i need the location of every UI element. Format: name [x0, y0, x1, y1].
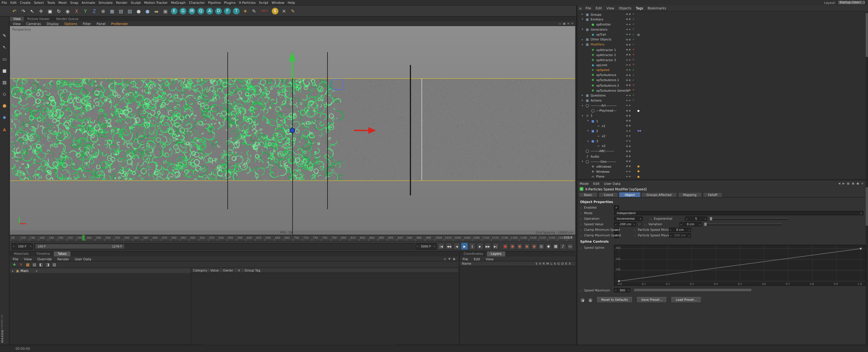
am-copy-button[interactable]: ▦ [847, 181, 849, 185]
menu-item[interactable]: Pipeline [207, 1, 222, 4]
menu-item[interactable]: Tools [45, 1, 57, 4]
object-tree-item[interactable]: ✱ xpTurbulence.2 [577, 83, 868, 88]
enabled-state-icon[interactable] [632, 78, 635, 83]
xparticles-fluid-button[interactable]: F [224, 7, 230, 14]
viewport-menu-item[interactable]: Panel [94, 22, 108, 25]
object-label[interactable]: Questions [591, 94, 606, 97]
object-tree-item[interactable]: ✱ xpTurbulence [577, 72, 868, 78]
object-label[interactable]: xpTurbulence.1 [596, 79, 619, 82]
timeline-ruler[interactable]: 0012014016018020022024026028030032034036… [10, 235, 575, 241]
attribute-menu-item[interactable]: Mode [577, 181, 591, 185]
visibility-dots[interactable] [626, 54, 630, 56]
viewport-canvas[interactable] [10, 26, 575, 235]
points-mode-button[interactable]: ● [1, 102, 8, 109]
takes-menu-item[interactable]: File [10, 257, 21, 261]
expand-arrow-icon[interactable]: ▾ [582, 160, 585, 163]
frame-end-field[interactable]: 5000 F [415, 243, 436, 250]
speed-maximum-field[interactable]: 300 [614, 288, 630, 292]
object-tree-item[interactable]: ▱ Plane ● [577, 174, 868, 179]
object-tag-icon[interactable]: ● [638, 165, 640, 168]
object-tree-item[interactable]: ◆ xpTrail ▨ [577, 32, 868, 37]
visibility-dots[interactable] [626, 110, 630, 111]
menu-item[interactable]: Render [114, 1, 129, 4]
pause-button[interactable]: ‖ [469, 243, 476, 250]
sound-toggle[interactable]: ♪ [560, 243, 566, 250]
object-tree-item[interactable]: ✱ xpTurbulence.1 [577, 78, 868, 83]
object-manager-menu-item[interactable]: Edit [593, 6, 604, 10]
object-label[interactable]: Actions [591, 99, 601, 102]
visibility-dots[interactable] [626, 29, 630, 30]
viewport-tab[interactable]: Picture Viewer [24, 17, 53, 21]
layers-menu-item[interactable]: Edit [471, 257, 483, 261]
object-label[interactable]: ----------Art---------- [591, 104, 617, 107]
viewport-menu-item[interactable]: ProRender [108, 22, 131, 25]
visibility-dots[interactable] [626, 44, 630, 46]
xparticles-dynamics-button[interactable]: D [215, 7, 222, 14]
play-button[interactable]: ▶ [461, 243, 468, 250]
paint-button[interactable]: ✎ [288, 6, 297, 15]
object-tree-item[interactable]: ▾ ◯ ----------Art---------- [577, 103, 868, 108]
visibility-dots[interactable] [626, 64, 630, 66]
render-settings-button[interactable]: ▨ [125, 6, 134, 15]
search-icon[interactable]: ◎ [443, 257, 446, 260]
move-tool[interactable]: ✛ [37, 6, 45, 15]
object-label[interactable]: Windows [596, 170, 610, 173]
delete-take-button[interactable]: ✕ [19, 262, 24, 267]
object-tree-item[interactable]: ✱ xpTurbulence General [577, 88, 868, 93]
enabled-state-icon[interactable] [632, 62, 635, 67]
selection-tool[interactable]: ↖ [1, 44, 8, 51]
speed-maximum-slider[interactable] [633, 288, 752, 292]
visibility-dots[interactable] [626, 160, 630, 162]
panel-menu-icon[interactable]: ≡ [567, 22, 569, 25]
expand-arrow-icon[interactable]: ▸ [582, 38, 585, 41]
panel-menu-icon[interactable]: ▤ [577, 6, 583, 9]
visibility-dots[interactable] [626, 115, 630, 116]
script-x-button[interactable]: ✕ [280, 6, 288, 15]
object-tree-item[interactable]: ✚ xpAttractor 1 [577, 47, 868, 52]
object-label[interactable]: xpEmitter [596, 23, 611, 26]
table-column-header[interactable]: Category [191, 268, 208, 273]
expand-arrow-icon[interactable]: ▸ [582, 13, 585, 16]
object-label[interactable]: Modifiers [591, 43, 604, 46]
visibility-dots[interactable] [626, 130, 630, 131]
axis-lock-x[interactable]: X [72, 6, 81, 15]
enabled-checkbox[interactable] [614, 205, 619, 210]
keyframe-position-toggle[interactable]: ◉ [509, 243, 516, 250]
expand-arrow-icon[interactable]: ▾ [582, 104, 585, 107]
xparticles-generator-button[interactable]: G [180, 7, 186, 14]
camera-label[interactable]: Perspective [12, 28, 31, 31]
object-label[interactable]: xpAttractor 3 [596, 58, 616, 61]
object-tree-item[interactable]: ▾ ■ 2 ◆◆ [577, 128, 868, 133]
layers-menu-item[interactable]: View [483, 257, 496, 261]
object-tree-item[interactable]: ▾ ◯ ---------Geo--------- [577, 159, 868, 164]
visibility-dots[interactable] [626, 171, 630, 172]
redo-button[interactable]: ↷ [19, 6, 28, 15]
viewport-menu-item[interactable]: Options [62, 22, 80, 25]
reset-defaults-button[interactable]: Reset to Defaults [596, 297, 633, 303]
take-override-button[interactable]: ◧ [38, 262, 44, 267]
visibility-dots[interactable] [626, 155, 630, 157]
goto-start-button[interactable]: |◀ [437, 243, 445, 250]
attribute-tab[interactable]: Falloff [703, 192, 723, 197]
layer-flag-header[interactable]: X [569, 262, 571, 265]
goto-next-key-button[interactable]: ▶▶ [484, 243, 492, 250]
object-label[interactable]: xpAttractor 2 [596, 53, 616, 56]
last-tool[interactable]: ◉ [63, 6, 72, 15]
enabled-state-icon[interactable] [632, 72, 635, 78]
object-label[interactable]: xpTurbulence [596, 74, 616, 77]
menu-item[interactable]: Script [257, 1, 270, 4]
table-column-header[interactable]: Value [208, 268, 221, 273]
enabled-state-icon[interactable] [632, 67, 635, 72]
am-back-button[interactable]: ◀ [838, 181, 840, 185]
render-preview-button[interactable]: ▭ [567, 243, 573, 250]
enabled-state-icon[interactable] [632, 83, 635, 88]
enabled-state-icon[interactable] [632, 32, 635, 37]
viewport-menu-item[interactable]: View [10, 22, 24, 25]
takes-menu-item[interactable]: View [21, 257, 35, 261]
layer-flag-header[interactable]: R [543, 262, 545, 265]
menu-item[interactable]: Mesh [57, 1, 69, 4]
rotate-tool[interactable]: ↻ [54, 6, 63, 15]
undo-button[interactable]: ↶ [10, 6, 19, 15]
object-label[interactable]: xWindows [596, 165, 611, 168]
menu-item[interactable]: Snap [69, 1, 80, 4]
